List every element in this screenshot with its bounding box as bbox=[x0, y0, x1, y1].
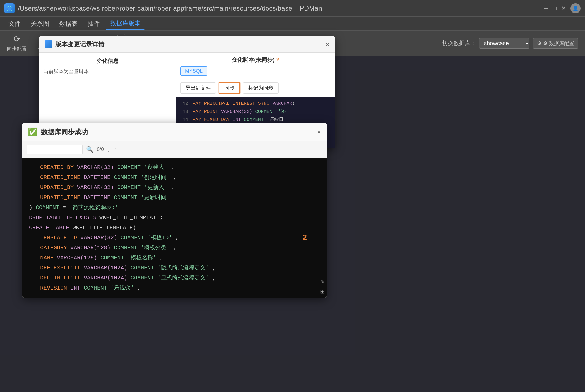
layout-icon[interactable]: ⊞ bbox=[320, 288, 325, 295]
full-script-note: 当前脚本为全量脚本 bbox=[44, 68, 171, 75]
search-count: 0/0 bbox=[97, 147, 104, 152]
menu-table[interactable]: 数据表 bbox=[55, 18, 81, 30]
code-line-template-id: TEMPLATE_ID VARCHAR(32) COMMENT '模板ID' , bbox=[29, 233, 320, 243]
code-line-created-time: CREATED_TIME DATETIME COMMENT '创建时间' , bbox=[29, 173, 320, 183]
dialog-header: 版本变更记录详情 × bbox=[39, 36, 335, 53]
code-line-updated-time: UPDATED_TIME DATETIME COMMENT '更新时间' bbox=[29, 193, 320, 203]
search-icon: 🔍 bbox=[86, 146, 93, 153]
window-title: /Users/asher/workspace/ws-rober/rober-ca… bbox=[18, 4, 541, 12]
menu-file[interactable]: 文件 bbox=[4, 18, 25, 30]
title-bar: /Users/asher/workspace/ws-rober/rober-ca… bbox=[0, 0, 585, 17]
user-avatar: 👤 bbox=[570, 3, 581, 13]
sync-config-icon: ⟳ bbox=[13, 34, 20, 44]
change-info-title: 变化信息 bbox=[44, 57, 171, 65]
minimize-button[interactable]: ─ bbox=[544, 3, 548, 13]
sync-button[interactable]: 同步 bbox=[219, 82, 240, 94]
code-line-updated-by: UPDATED_BY VARCHAR(32) COMMENT '更新人' , bbox=[29, 183, 320, 193]
search-input[interactable] bbox=[27, 145, 83, 154]
maximize-button[interactable]: □ bbox=[553, 3, 557, 13]
search-down-button[interactable]: ↓ bbox=[107, 146, 110, 153]
gear-icon: ⚙ bbox=[537, 40, 541, 46]
menu-plugin[interactable]: 插件 bbox=[84, 18, 104, 30]
search-bar: 🔍 0/0 ↓ ↑ bbox=[22, 141, 327, 158]
menu-db-version[interactable]: 数据库版本 bbox=[106, 18, 145, 30]
db-switcher-label: 切换数据库： bbox=[442, 39, 476, 47]
dialog-title: 版本变更记录详情 bbox=[55, 40, 104, 49]
search-up-button[interactable]: ↑ bbox=[114, 146, 117, 153]
db-config-label: ⚙ 数据库配置 bbox=[543, 40, 574, 47]
close-window-button[interactable]: ✕ bbox=[561, 3, 566, 13]
code-line-revision: REVISION INT COMMENT '乐观锁' , bbox=[29, 283, 320, 293]
script-title: 变化脚本(未同步) bbox=[232, 56, 274, 64]
code-line-drop: DROP TABLE IF EXISTS WKFL_LITE_TEMPLATE; bbox=[29, 213, 320, 223]
right-tools: ✎ ⊞ bbox=[318, 123, 327, 298]
code-line-43: 43 PAY_POINT VARCHAR(32) COMMENT '还 bbox=[180, 108, 331, 116]
script-actions: 导出到文件 同步 标记为同步 bbox=[176, 79, 335, 97]
code-line-create: CREATE TABLE WKFL_LITE_TEMPLATE( bbox=[29, 223, 320, 233]
menu-diagram[interactable]: 关系图 bbox=[27, 18, 53, 30]
code-line-42: 42 PAY_PRINCIPAL_INTEREST_SYNC VARCHAR( bbox=[180, 100, 331, 108]
title-controls: ─ □ ✕ 👤 bbox=[544, 3, 581, 13]
edit-icon[interactable]: ✎ bbox=[320, 279, 325, 285]
app-logo bbox=[4, 3, 15, 13]
export-file-button[interactable]: 导出到文件 bbox=[180, 82, 216, 94]
svg-marker-1 bbox=[8, 7, 11, 11]
toolbar-sync-config[interactable]: ⟳ 同步配置 bbox=[7, 34, 27, 52]
success-title: 数据库同步成功 bbox=[41, 128, 88, 137]
script-tabs: MYSQL bbox=[180, 66, 330, 76]
db-select[interactable]: showcase bbox=[479, 38, 529, 49]
code-line-def-implicit: DEF_IMPLICIT VARCHAR(1024) COMMENT '显式简式… bbox=[29, 273, 320, 283]
db-switcher: 切换数据库： showcase ⚙ ⚙ 数据库配置 bbox=[442, 38, 578, 49]
code-line-name: NAME VARCHAR(128) COMMENT '模板名称' , bbox=[29, 253, 320, 263]
script-header: 变化脚本(未同步) 2 MYSQL bbox=[176, 53, 335, 79]
mark-sync-button[interactable]: 标记为同步 bbox=[243, 82, 279, 94]
code-content-area: CREATED_BY VARCHAR(32) COMMENT '创建人' , C… bbox=[22, 158, 327, 298]
success-header: ✅ 数据库同步成功 × bbox=[22, 123, 327, 141]
dialog-logo bbox=[45, 40, 52, 48]
tab-mysql[interactable]: MYSQL bbox=[180, 66, 207, 76]
menu-bar: 文件 关系图 数据表 插件 数据库版本 bbox=[0, 17, 585, 31]
toolbar-sync-config-label: 同步配置 bbox=[7, 46, 27, 52]
dialog-close-button[interactable]: × bbox=[325, 41, 329, 48]
success-check-icon: ✅ bbox=[28, 127, 38, 137]
code-line-category: CATEGORY VARCHAR(128) COMMENT '模板分类' , bbox=[29, 243, 320, 253]
code-line-def-explicit: DEF_EXPLICIT VARCHAR(1024) COMMENT '隐式简式… bbox=[29, 263, 320, 273]
code-line-created-by: CREATED_BY VARCHAR(32) COMMENT '创建人' , bbox=[29, 162, 320, 173]
success-dialog: ✅ 数据库同步成功 × 🔍 0/0 ↓ ↑ CREATED_BY VARCHAR… bbox=[22, 123, 327, 298]
code-line-comment: ) COMMENT = '简式流程资源表;' bbox=[29, 203, 320, 213]
badge-num: 2 bbox=[276, 57, 279, 63]
success-badge-num: 2 bbox=[303, 233, 307, 242]
db-config-button[interactable]: ⚙ ⚙ 数据库配置 bbox=[533, 38, 578, 49]
